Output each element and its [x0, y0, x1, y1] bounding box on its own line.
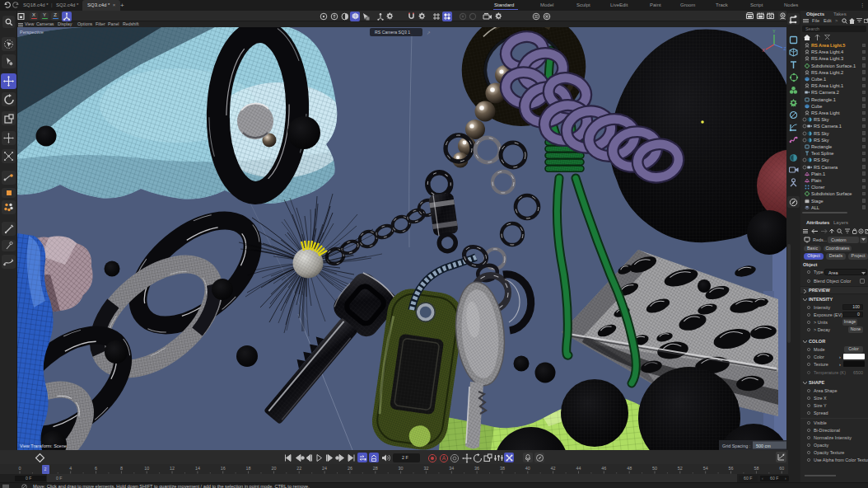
svg-text:RS Camera SQ3 1: RS Camera SQ3 1 — [375, 30, 410, 35]
svg-text:40: 40 — [525, 466, 530, 471]
svg-text:56: 56 — [729, 466, 734, 471]
svg-text:34: 34 — [449, 466, 454, 471]
svg-text:44: 44 — [576, 466, 581, 471]
svg-text:38: 38 — [500, 466, 505, 471]
svg-text:0: 0 — [19, 466, 21, 471]
svg-text:36: 36 — [474, 466, 479, 471]
svg-text:12: 12 — [170, 466, 175, 471]
svg-text:46: 46 — [601, 466, 606, 471]
svg-text:30: 30 — [399, 466, 404, 471]
svg-text:10: 10 — [144, 466, 149, 471]
svg-text:42: 42 — [551, 466, 556, 471]
svg-text:20: 20 — [271, 466, 276, 471]
svg-text:4: 4 — [69, 466, 72, 471]
svg-text:32: 32 — [423, 466, 428, 471]
svg-text:48: 48 — [627, 466, 632, 471]
svg-text:28: 28 — [373, 466, 378, 471]
svg-text:14: 14 — [195, 466, 200, 471]
svg-text:8: 8 — [120, 466, 123, 471]
svg-text:50: 50 — [652, 466, 657, 471]
svg-text:60: 60 — [779, 466, 784, 471]
svg-text:Perspective: Perspective — [20, 30, 44, 35]
svg-text:54: 54 — [703, 466, 708, 471]
svg-text:Grid Spacing :: Grid Spacing : — [722, 443, 750, 448]
svg-text:52: 52 — [678, 466, 683, 471]
svg-text:58: 58 — [754, 466, 758, 471]
svg-text:View Transform: Scene: View Transform: Scene — [20, 443, 67, 448]
svg-text:26: 26 — [348, 466, 352, 471]
svg-text:22: 22 — [296, 466, 301, 471]
svg-text:500 cm: 500 cm — [756, 443, 771, 448]
svg-text:↗: ↗ — [427, 30, 431, 35]
svg-text:A: A — [441, 455, 446, 461]
svg-text:16: 16 — [221, 466, 226, 471]
svg-text:18: 18 — [246, 466, 251, 471]
svg-text:6: 6 — [95, 466, 97, 471]
svg-text:24: 24 — [322, 466, 327, 471]
